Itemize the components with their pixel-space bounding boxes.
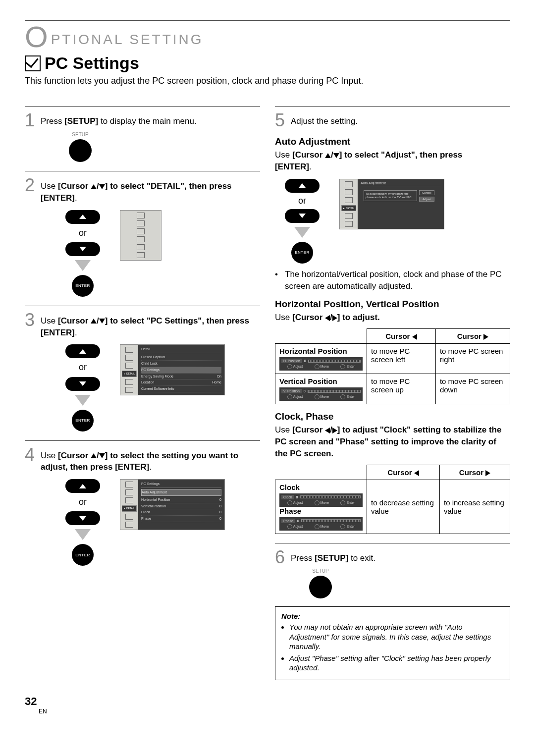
auto-adj-note: • The horizontal/vertical position, cloc… — [275, 269, 510, 292]
cursor-key-ref: [Cursor — [58, 181, 91, 191]
note-title: Note: — [281, 612, 504, 620]
table-head-cursor-right: Cursor — [435, 329, 510, 344]
osd-cancel-option: Cancel — [419, 190, 434, 195]
cursor-key-ref: [Cursor — [58, 316, 91, 325]
menu-icon — [345, 181, 353, 187]
step-3: 3 Use [Cursor /] to select "PC Settings"… — [25, 311, 260, 432]
cursor-right-icon — [485, 470, 490, 476]
menu-icon — [125, 522, 133, 528]
menu-icon — [125, 514, 133, 520]
detail-tag: ▸ DETAIL — [341, 205, 356, 211]
table-row: Horizontal Position H. Position0 AdjustM… — [275, 344, 510, 374]
note-item: You may not obtain an appropriate screen… — [289, 622, 504, 651]
flow-arrow-icon — [75, 529, 91, 540]
menu-icon — [125, 355, 133, 361]
menu-icon — [125, 489, 133, 495]
menu-icon — [137, 236, 145, 242]
chapter-initial: O — [25, 27, 50, 48]
cursor-down-icon — [99, 184, 105, 189]
step3-rule — [25, 306, 260, 306]
cp-heading: Clock, Phase — [275, 411, 510, 422]
cursor-key-ref: [Cursor — [58, 451, 91, 460]
menu-icon — [125, 363, 133, 369]
step4-rule — [25, 440, 260, 441]
step-3-target: ] to select "PC Settings", then press — [105, 316, 249, 325]
cursor-up-icon — [325, 153, 331, 158]
section-title: PC Settings — [25, 54, 510, 73]
step-2-period: . — [75, 193, 77, 203]
cursor-right-icon — [483, 334, 488, 340]
chapter-title: PTIONAL SETTING — [51, 32, 204, 48]
step-6-pre: Press — [291, 553, 315, 563]
setup-button-icon — [309, 576, 332, 598]
table-head-cursor-left: Cursor — [367, 465, 440, 480]
flow-arrow-icon — [75, 395, 91, 406]
remote-enter-button: ENTER — [291, 242, 313, 264]
table-head-cursor-left: Cursor — [367, 329, 436, 344]
hv-heading: Horizontal Position, Vertical Position — [275, 299, 510, 310]
remote-down-button — [65, 377, 100, 391]
cursor-right-icon — [332, 315, 337, 321]
left-column: 1 Press [SETUP] to display the main menu… — [25, 97, 260, 680]
osd-pc-settings-menu: ▸ DETAIL PC SettingsAuto AdjustmentHoriz… — [120, 479, 225, 530]
mini-osd: H. Position0 AdjustMoveEnter — [279, 357, 363, 371]
remote-cluster-2: or ENTER — [60, 210, 105, 297]
step-4-number: 4 — [25, 446, 37, 566]
step-1-post: to display the main menu. — [98, 116, 196, 126]
section-title-text: PC Settings — [45, 54, 139, 73]
chapter-header: O PTIONAL SETTING — [25, 24, 510, 48]
mini-osd: V. Position0 AdjustMoveEnter — [279, 387, 363, 401]
mini-osd: Clock0 AdjustMoveEnter — [279, 493, 363, 507]
cursor-left-icon — [325, 428, 330, 433]
auto-adj-heading: Auto Adjustment — [275, 136, 510, 147]
table-row: Vertical Position V. Position0 AdjustMov… — [275, 374, 510, 404]
cursor-down-icon — [99, 453, 105, 458]
enter-key-ref: [ENTER] — [115, 462, 149, 472]
checked-box-icon — [25, 55, 41, 71]
detail-tag: ▸ DETAIL — [122, 371, 137, 377]
language-code: EN — [39, 708, 510, 715]
note-item: Adjust "Phase" setting after "Clock" set… — [289, 653, 504, 673]
cursor-up-icon — [91, 184, 97, 189]
remote-up-button — [65, 210, 100, 224]
osd-sidebar-only — [120, 210, 161, 261]
menu-icon — [137, 220, 145, 226]
hv-position-table: Cursor Cursor Horizontal Position H. Pos… — [275, 328, 510, 404]
enter-key-ref: [ENTER] — [41, 193, 75, 203]
top-rule — [25, 20, 510, 21]
remote-enter-button: ENTER — [72, 275, 94, 297]
step-4-pre: Use — [41, 451, 58, 460]
step6-rule — [275, 543, 510, 543]
menu-icon — [345, 221, 353, 227]
cursor-down-icon — [333, 153, 339, 158]
remote-down-button — [65, 511, 100, 525]
osd-auto-title: Auto Adjustment — [361, 181, 441, 186]
enter-key-ref: [ENTER] — [41, 328, 75, 337]
or-label: or — [79, 496, 87, 508]
enter-key-ref: [ENTER] — [275, 162, 309, 171]
table-head-cursor-right: Cursor — [440, 465, 510, 480]
cursor-left-icon — [412, 334, 417, 340]
auto-adj-instruction: Use [Cursor /] to select "Adjust", then … — [275, 149, 510, 173]
menu-icon — [137, 228, 145, 234]
step2-rule — [25, 171, 260, 171]
step-2-pre: Use — [41, 181, 58, 191]
page-number: 32 — [25, 695, 510, 708]
cp-instruction: Use [Cursor /] to adjust "Clock" setting… — [275, 424, 510, 459]
step-5-text: Adjust the setting. — [291, 116, 358, 126]
remote-down-button — [65, 242, 100, 256]
setup-key-ref: [SETUP] — [315, 553, 348, 563]
menu-icon — [125, 379, 133, 385]
menu-icon — [345, 189, 353, 195]
osd-auto-message: To automatically synchronize the phase a… — [364, 190, 417, 201]
remote-up-button — [65, 344, 100, 358]
step-6-number: 6 — [275, 548, 287, 599]
step-4: 4 Use [Cursor /] to select the setting y… — [25, 446, 260, 566]
step-1: 1 Press [SETUP] to display the main menu… — [25, 111, 260, 162]
or-label: or — [298, 196, 306, 206]
menu-icon — [125, 347, 133, 353]
step-1-number: 1 — [25, 111, 37, 162]
mini-osd: Phase0 AdjustMoveEnter — [279, 517, 363, 531]
cursor-up-icon — [91, 319, 97, 324]
step-1-pre: Press — [41, 116, 64, 126]
